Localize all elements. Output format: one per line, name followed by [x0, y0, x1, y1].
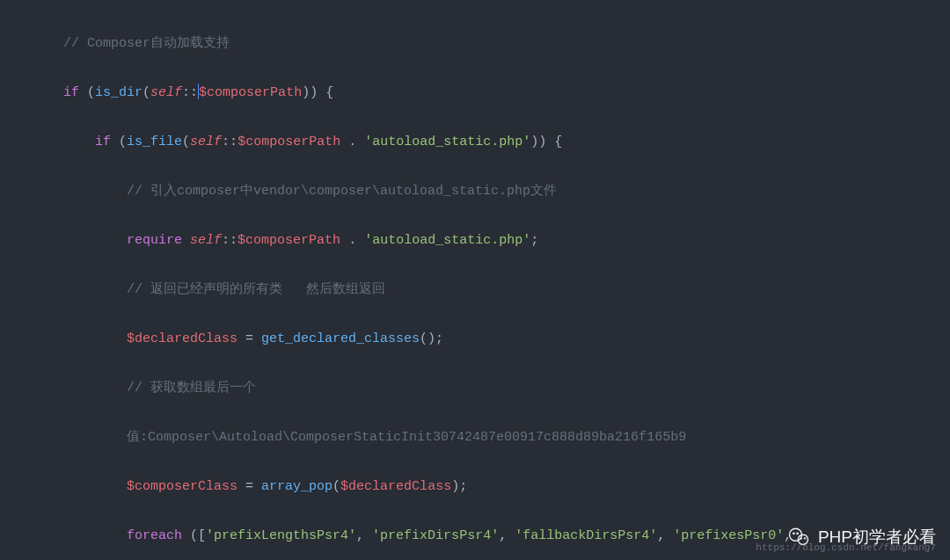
comment-text: // 获取数组最后一个: [127, 381, 256, 396]
code-line[interactable]: // 引入composer中vendor\composer\autoload_s…: [0, 179, 950, 204]
variable: $declaredClass: [340, 479, 451, 494]
property: $composerPath: [199, 85, 302, 100]
code-line[interactable]: 值:Composer\Autoload\ComposerStaticInit30…: [0, 425, 950, 450]
code-line[interactable]: if (is_file(self::$composerPath . 'autol…: [0, 130, 950, 155]
code-line[interactable]: // Composer自动加载支持: [0, 32, 950, 56]
function-name: get_declared_classes: [261, 331, 420, 346]
code-line[interactable]: require self::$composerPath . 'autoload_…: [0, 229, 950, 253]
watermark-url: https://blog.csdn.net/fangkang7: [756, 535, 936, 560]
svg-point-3: [796, 533, 798, 535]
variable: $declaredClass: [127, 331, 238, 346]
function-name: is_dir: [95, 85, 142, 100]
comment-text: // 返回已经声明的所有类 然后数组返回: [127, 282, 385, 297]
keyword: foreach: [127, 528, 182, 543]
self-ref: self: [150, 85, 182, 100]
comment-text: 值:Composer\Autoload\ComposerStaticInit30…: [127, 430, 686, 445]
comment-text: // 引入composer中vendor\composer\autoload_s…: [127, 184, 557, 199]
self-ref: self: [190, 135, 222, 149]
function-name: array_pop: [261, 479, 332, 494]
comment-text: // Composer自动加载支持: [63, 36, 230, 51]
property: $composerPath: [238, 135, 340, 149]
variable: $composerClass: [127, 479, 238, 494]
string-literal: 'fallbackDirsPsr4': [515, 528, 657, 543]
code-line[interactable]: $declaredClass = get_declared_classes();: [0, 327, 950, 352]
keyword: if: [95, 135, 111, 149]
code-line[interactable]: $composerClass = array_pop($declaredClas…: [0, 475, 950, 499]
string-literal: 'autoload_static.php': [364, 135, 530, 149]
keyword: if: [63, 85, 79, 100]
code-block[interactable]: // Composer自动加载支持 if (is_dir(self::$comp…: [0, 7, 950, 560]
self-ref: self: [190, 233, 222, 248]
string-literal: 'prefixLengthsPsr4': [206, 528, 356, 543]
code-line[interactable]: if (is_dir(self::$composerPath)) {: [0, 81, 950, 105]
svg-point-2: [793, 533, 794, 535]
code-line[interactable]: // 返回已经声明的所有类 然后数组返回: [0, 278, 950, 302]
function-name: is_file: [127, 135, 182, 149]
string-literal: 'autoload_static.php': [364, 233, 530, 248]
string-literal: 'prefixDirsPsr4': [372, 528, 499, 543]
property: $composerPath: [238, 233, 340, 248]
code-line[interactable]: // 获取数组最后一个: [0, 376, 950, 401]
keyword: require: [127, 233, 182, 248]
